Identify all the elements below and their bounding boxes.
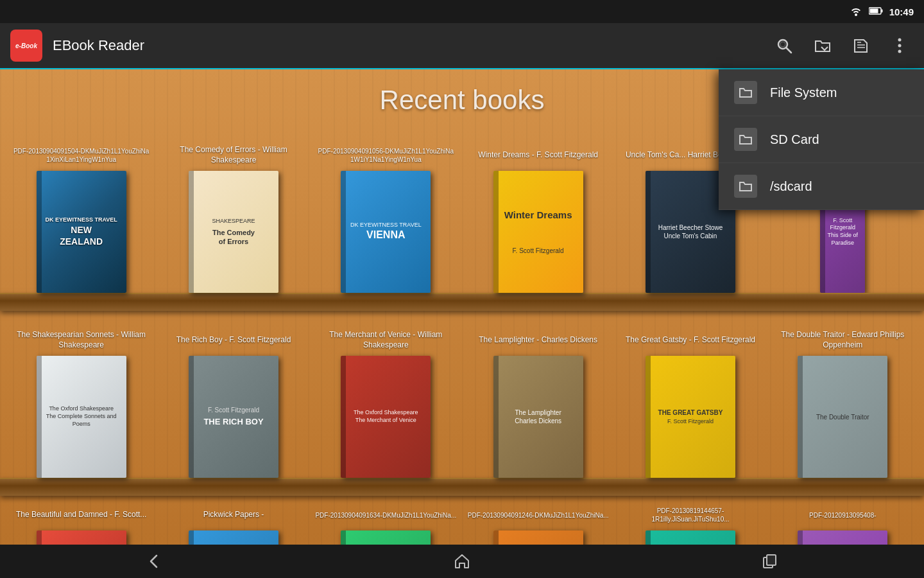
- book-item[interactable]: The Great Gatsby - F. Scott Fitzgerald T…: [614, 326, 766, 478]
- book-cover: [37, 530, 126, 545]
- book-title: The Rich Boy - F. Scott Fitzgerald: [176, 329, 291, 352]
- sdcardpath-icon: [734, 175, 757, 198]
- recent-button[interactable]: [847, 31, 875, 60]
- menu-item-sdcardpath[interactable]: /sdcard: [719, 163, 924, 210]
- more-options-button[interactable]: [886, 31, 914, 60]
- search-button[interactable]: [770, 31, 798, 60]
- shelf-2: The Shakespearian Sonnets - William Shak…: [0, 311, 924, 496]
- sdcard-icon: [734, 128, 757, 151]
- book-title: PDF-20130819144657-1R1illy.JiSuan.JiTuSh…: [618, 504, 762, 527]
- book-cover: The LamplighterCharles Dickens: [493, 356, 583, 478]
- svg-point-5: [780, 42, 785, 47]
- bottom-nav: [0, 545, 924, 578]
- back-button[interactable]: [128, 547, 180, 575]
- book-item[interactable]: PDF-20130904091504-DKMuJiZh1L1YouZhiNa 1…: [5, 141, 157, 293]
- menu-item-filesystem[interactable]: File System: [719, 69, 924, 116]
- book-item[interactable]: The Comedy of Errors - William Shakespea…: [157, 141, 309, 293]
- book-item[interactable]: PDF-20130819144657-1R1illy.JiSuan.JiTuSh…: [614, 501, 766, 545]
- battery-icon: [869, 6, 883, 17]
- book-cover: [493, 530, 583, 545]
- filesystem-icon: [734, 81, 757, 104]
- shelf-plank: [0, 478, 924, 496]
- book-title: Pickwick Papers -: [203, 504, 264, 527]
- book-title: The Great Gatsby - F. Scott Fitzgerald: [626, 329, 755, 352]
- svg-line-4: [787, 48, 792, 53]
- shelf-plank: [0, 293, 924, 311]
- book-cover: [798, 530, 887, 545]
- app-icon: e-Book: [10, 30, 42, 62]
- shelf-2-books: The Shakespearian Sonnets - William Shak…: [0, 311, 924, 478]
- app-bar: e-Book EBook Reader: [0, 23, 924, 69]
- book-cover: DK EYEWITNESS TRAVELNEWZEALAND: [37, 171, 126, 293]
- wifi-icon: [850, 6, 862, 18]
- recent-apps-button[interactable]: [744, 547, 796, 575]
- book-cover: The Oxford ShakespeareThe Merchant of Ve…: [341, 356, 431, 478]
- book-title: The Beautiful and Damned - F. Scott...: [16, 504, 146, 527]
- shelf-3-books: The Beautiful and Damned - F. Scott... P…: [0, 496, 924, 545]
- book-title: PDF-20130904091056-DKMuJiZh1L1YouZhiNa 1…: [314, 144, 458, 167]
- home-button[interactable]: [436, 547, 488, 575]
- svg-point-12: [898, 50, 902, 53]
- book-title: PDF-20130904091634-DKMuJiZh1L1YouZhiNa..…: [315, 504, 456, 527]
- book-item[interactable]: PDF-20130904091056-DKMuJiZh1L1YouZhiNa 1…: [310, 141, 462, 293]
- book-cover: [646, 530, 735, 545]
- book-item[interactable]: Pickwick Papers -: [157, 501, 309, 545]
- svg-rect-14: [767, 555, 776, 565]
- book-cover: The Oxford ShakespeareThe Complete Sonne…: [37, 356, 126, 478]
- book-item[interactable]: PDF-20130904091246-DKMuJiZh1L1YouZhiNa..…: [462, 501, 614, 545]
- book-item[interactable]: The Merchant of Venice - William Shakesp…: [310, 326, 462, 478]
- book-item[interactable]: PDF-20130904091634-DKMuJiZh1L1YouZhiNa..…: [310, 501, 462, 545]
- svg-rect-1: [881, 9, 882, 12]
- book-item[interactable]: The Shakespearian Sonnets - William Shak…: [5, 326, 157, 478]
- book-cover: DK EYEWITNESS TRAVELVIENNA: [341, 171, 431, 293]
- book-item[interactable]: The Rich Boy - F. Scott Fitzgerald F. Sc…: [157, 326, 309, 478]
- book-title: PDF-20130904091246-DKMuJiZh1L1YouZhiNa..…: [468, 504, 609, 527]
- book-item[interactable]: The Double Traitor - Edward Phillips Opp…: [767, 326, 919, 478]
- menu-item-filesystem-label: File System: [770, 85, 837, 100]
- book-title: The Merchant of Venice - William Shakesp…: [314, 329, 458, 352]
- svg-point-10: [898, 39, 902, 42]
- book-cover: SHAKESPEARE The Comedyof Errors: [189, 171, 278, 293]
- book-title: The Comedy of Errors - William Shakespea…: [161, 144, 305, 167]
- book-title: The Double Traitor - Edward Phillips Opp…: [771, 329, 915, 352]
- book-cover: The Double Traitor: [798, 356, 887, 478]
- book-cover: F. Scott Fitzgerald THE RICH BOY: [189, 356, 278, 478]
- app-title: EBook Reader: [53, 37, 760, 54]
- book-cover: Winter Dreams F. Scott Fitzgerald: [493, 171, 583, 293]
- menu-item-sdcard[interactable]: SD Card: [719, 116, 924, 163]
- svg-point-11: [898, 44, 902, 48]
- book-item[interactable]: Winter Dreams - F. Scott Fitzgerald Wint…: [462, 141, 614, 293]
- book-cover: THE GREAT GATSBYF. Scott Fitzgerald: [646, 356, 735, 478]
- book-title: The Shakespearian Sonnets - William Shak…: [9, 329, 153, 352]
- book-title: The Lamplighter - Charles Dickens: [479, 329, 597, 352]
- svg-rect-2: [869, 8, 878, 13]
- book-title: Winter Dreams - F. Scott Fitzgerald: [478, 144, 598, 167]
- book-item[interactable]: The Beautiful and Damned - F. Scott...: [5, 501, 157, 545]
- book-item[interactable]: The Lamplighter - Charles Dickens The La…: [462, 326, 614, 478]
- book-title: PDF-20130904091504-DKMuJiZh1L1YouZhiNa 1…: [9, 144, 153, 167]
- shelf-3: The Beautiful and Damned - F. Scott... P…: [0, 496, 924, 545]
- book-cover: [189, 530, 278, 545]
- status-time: 10:49: [889, 6, 914, 17]
- book-item[interactable]: PDF-20120913095408-: [767, 501, 919, 545]
- dropdown-menu: File System SD Card /sdcard: [719, 69, 924, 210]
- menu-item-sdcardpath-label: /sdcard: [770, 179, 812, 194]
- menu-item-sdcard-label: SD Card: [770, 132, 819, 147]
- book-title: PDF-20120913095408-: [809, 504, 877, 527]
- open-folder-button[interactable]: [809, 31, 837, 60]
- status-bar: 10:49: [0, 0, 924, 23]
- book-cover: [341, 530, 431, 545]
